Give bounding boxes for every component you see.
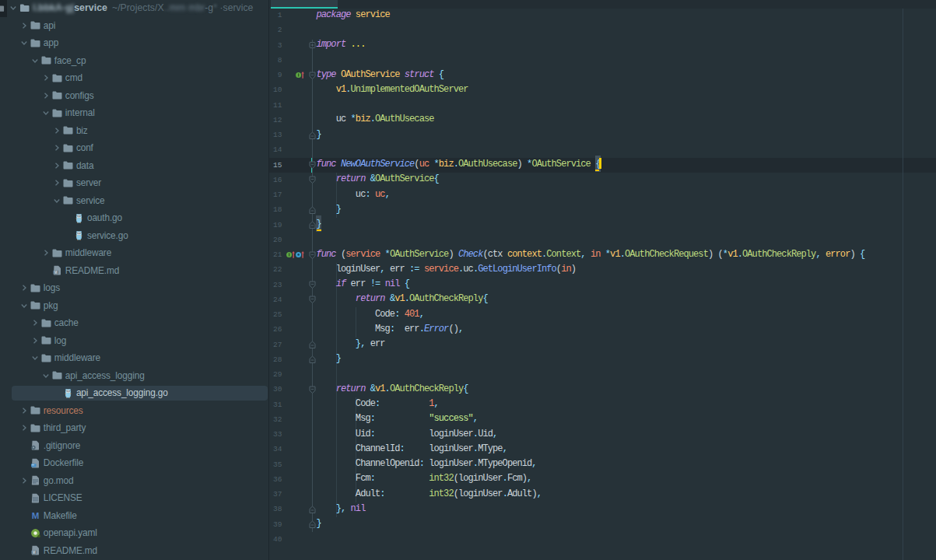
svg-text:M: M xyxy=(32,511,40,520)
svg-text:M: M xyxy=(33,551,36,555)
svg-text:M: M xyxy=(54,271,58,275)
